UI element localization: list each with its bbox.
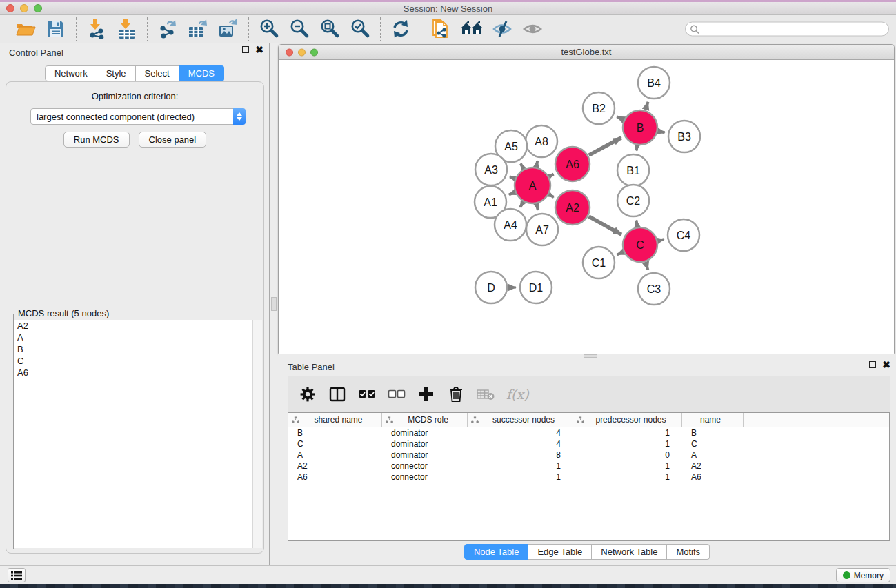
table-cell[interactable]: dominator xyxy=(382,439,468,449)
table-cell[interactable]: 1 xyxy=(573,472,682,482)
tab-motifs[interactable]: Motifs xyxy=(667,544,710,560)
mcds-result-item[interactable]: B xyxy=(14,343,252,355)
table-cell[interactable]: 1 xyxy=(573,428,682,438)
vertical-splitter[interactable] xyxy=(270,43,278,565)
table-row[interactable]: Cdominator41C xyxy=(288,438,889,449)
zoom-out-icon[interactable] xyxy=(288,19,311,39)
function-builder-button[interactable]: f(x) xyxy=(506,387,529,402)
node-C3[interactable]: C3 xyxy=(638,273,670,305)
node-A[interactable]: A xyxy=(515,168,550,203)
close-table-panel-icon[interactable]: ✖ xyxy=(882,361,890,368)
splitter-grip-icon[interactable] xyxy=(271,297,277,311)
export-table-icon[interactable] xyxy=(186,19,210,39)
edge-A-A6[interactable] xyxy=(550,174,554,176)
table-cell[interactable]: 4 xyxy=(468,439,573,449)
node-A6[interactable]: A6 xyxy=(555,147,590,181)
edge-B-B4[interactable] xyxy=(646,102,648,110)
table-cell[interactable]: A xyxy=(288,450,382,460)
node-A3[interactable]: A3 xyxy=(475,154,507,185)
edge-A-A5[interactable] xyxy=(521,163,524,168)
minimize-window-icon[interactable] xyxy=(20,4,28,12)
node-C4[interactable]: C4 xyxy=(668,219,699,251)
table-cell[interactable]: A6 xyxy=(682,472,744,482)
columns-icon[interactable] xyxy=(328,384,346,405)
show-details-icon[interactable] xyxy=(521,19,544,39)
memory-button[interactable]: Memory xyxy=(836,568,890,582)
table-row[interactable]: Adominator80A xyxy=(288,449,889,460)
float-panel-icon[interactable] xyxy=(242,46,249,53)
zoom-window-icon[interactable] xyxy=(34,4,42,12)
network-minimize-icon[interactable] xyxy=(298,48,306,56)
zoom-fit-icon[interactable] xyxy=(318,19,341,39)
run-mcds-button[interactable]: Run MCDS xyxy=(63,132,130,148)
mcds-result-list[interactable]: A2ABCA6 xyxy=(14,320,252,548)
gear-icon[interactable] xyxy=(299,384,317,405)
edge-A-A1[interactable] xyxy=(509,192,515,194)
task-history-button[interactable] xyxy=(8,568,26,582)
edge-A-A8[interactable] xyxy=(537,161,538,166)
node-C2[interactable]: C2 xyxy=(617,185,649,216)
table-cell[interactable]: 1 xyxy=(573,461,682,471)
splitter-grip-icon[interactable] xyxy=(584,354,597,358)
table-row[interactable]: A6connector11A6 xyxy=(288,472,889,483)
column-header-successor-nodes[interactable]: successor nodes xyxy=(468,413,573,427)
table-cell[interactable]: B xyxy=(682,428,744,438)
node-A2[interactable]: A2 xyxy=(555,190,590,225)
node-A8[interactable]: A8 xyxy=(526,125,557,157)
edge-A-A3[interactable] xyxy=(510,176,515,179)
network-canvas[interactable]: B4B2BB3A8A5A6A3B1AC2A1A2A4A7C4CC1DD1C3 xyxy=(279,60,894,354)
table-cell[interactable]: dominator xyxy=(382,428,468,438)
mcds-result-item[interactable]: A2 xyxy=(14,320,252,332)
home-icon[interactable] xyxy=(460,19,484,39)
column-header-MCDS-role[interactable]: MCDS role xyxy=(382,413,468,427)
edge-C-C2[interactable] xyxy=(636,221,637,227)
horizontal-splitter[interactable] xyxy=(278,354,896,358)
network-window-titlebar[interactable]: testGlobe.txt xyxy=(279,45,894,60)
network-zoom-icon[interactable] xyxy=(310,48,318,56)
edge-C-C4[interactable] xyxy=(658,239,664,241)
column-header-predecessor-nodes[interactable]: predecessor nodes xyxy=(573,413,682,427)
node-B1[interactable]: B1 xyxy=(617,154,649,186)
tab-node-table[interactable]: Node Table xyxy=(464,544,529,560)
table-cell[interactable]: 0 xyxy=(573,450,682,460)
node-B4[interactable]: B4 xyxy=(638,67,670,99)
open-folder-icon[interactable] xyxy=(14,19,37,39)
close-window-icon[interactable] xyxy=(6,4,14,12)
edge-B-B1[interactable] xyxy=(637,146,637,151)
export-network-icon[interactable] xyxy=(156,19,179,39)
unselect-all-icon[interactable] xyxy=(388,384,406,405)
mcds-result-item[interactable]: C xyxy=(14,355,252,367)
node-A4[interactable]: A4 xyxy=(495,209,526,241)
zoom-in-icon[interactable] xyxy=(257,19,281,39)
column-header-name[interactable]: name xyxy=(682,413,744,427)
delete-table-icon[interactable] xyxy=(477,384,495,405)
edge-A-A4[interactable] xyxy=(520,202,523,207)
delete-icon[interactable] xyxy=(447,384,465,405)
tab-edge-table[interactable]: Edge Table xyxy=(528,544,592,560)
node-A7[interactable]: A7 xyxy=(526,214,558,245)
table-cell[interactable]: B xyxy=(288,428,382,438)
table-row[interactable]: A2connector11A2 xyxy=(288,460,889,472)
node-D[interactable]: D xyxy=(475,272,507,303)
node-C[interactable]: C xyxy=(623,227,657,262)
tab-network-table[interactable]: Network Table xyxy=(592,544,667,560)
table-cell[interactable]: A2 xyxy=(682,461,744,471)
mcds-result-scrollbar[interactable] xyxy=(252,320,262,548)
table-cell[interactable]: 1 xyxy=(468,461,573,471)
tab-style[interactable]: Style xyxy=(97,65,136,81)
node-table[interactable]: shared nameMCDS rolesuccessor nodesprede… xyxy=(288,412,890,541)
table-cell[interactable]: C xyxy=(288,439,382,449)
table-cell[interactable]: 1 xyxy=(468,472,573,482)
zoom-selected-icon[interactable] xyxy=(348,19,372,39)
node-B3[interactable]: B3 xyxy=(668,121,700,152)
table-cell[interactable]: A6 xyxy=(288,472,382,482)
column-header-shared-name[interactable]: shared name xyxy=(288,413,382,427)
optimization-dropdown[interactable]: largest connected component (directed) xyxy=(30,108,246,125)
tab-network[interactable]: Network xyxy=(45,65,97,81)
table-cell[interactable]: A2 xyxy=(288,461,382,471)
edge-A-A2[interactable] xyxy=(550,195,554,197)
edge-A6-B[interactable] xyxy=(589,138,621,155)
search-field[interactable] xyxy=(685,22,889,37)
node-D1[interactable]: D1 xyxy=(520,272,552,303)
search-input[interactable] xyxy=(702,23,888,34)
